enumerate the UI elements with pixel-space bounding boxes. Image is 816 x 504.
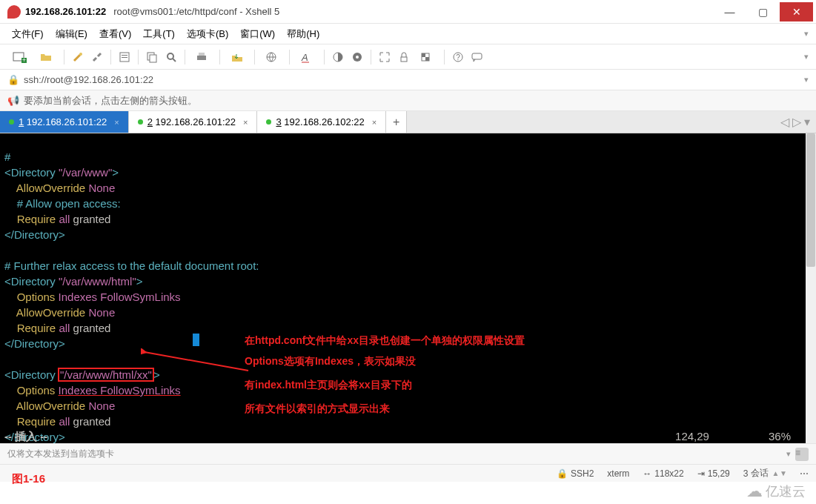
help-button[interactable]: ?	[449, 48, 467, 66]
svg-rect-19	[422, 53, 425, 57]
menubar-expand-icon[interactable]: ▾	[804, 29, 809, 39]
find-button[interactable]	[162, 48, 180, 66]
svg-text:+: +	[22, 56, 26, 63]
compose-input[interactable]: 仅将文本发送到当前选项卡	[7, 448, 786, 460]
session-tabstrip: 1 192.168.26.101:22 × 2 192.168.26.101:2…	[0, 111, 816, 133]
vim-status-line: -- 插入 -- 124,29 36%	[0, 429, 806, 443]
properties-button[interactable]	[116, 48, 133, 66]
status-cursor: ⇥ 15,29	[697, 468, 730, 479]
session-tab-3[interactable]: 3 192.168.26.102:22 ×	[257, 111, 386, 133]
tab-nav-right-icon[interactable]: ▷	[792, 115, 801, 129]
menu-edit[interactable]: 编辑(E)	[51, 26, 92, 42]
status-dot-icon	[138, 119, 143, 125]
status-term: xterm	[607, 468, 629, 479]
title-path: root@vms001:/etc/httpd/conf - Xshell 5	[113, 6, 279, 17]
announce-icon: 📢	[7, 95, 19, 106]
menu-help[interactable]: 帮助(H)	[282, 26, 324, 42]
terminal-pane[interactable]: # <Directory "/var/www"> AllowOverride N…	[0, 133, 816, 443]
svg-text:?: ?	[456, 53, 460, 62]
main-toolbar: + A ? ▾	[0, 44, 816, 70]
address-field[interactable]: ssh://root@192.168.26.101:22	[24, 74, 800, 85]
terminal-scrollbar[interactable]	[806, 133, 816, 443]
tab-nav-dd-icon[interactable]: ▾	[804, 115, 810, 129]
compose-bar: 仅将文本发送到当前选项卡 ▾ ≡	[0, 443, 816, 464]
svg-point-3	[79, 53, 82, 56]
status-size: ↔ 118x22	[643, 468, 683, 479]
svg-point-16	[356, 56, 359, 59]
highlighted-path: "/var/www/html/xx"	[59, 368, 153, 381]
session-tab-1[interactable]: 1 192.168.26.101:22 ×	[0, 111, 129, 133]
svg-point-9	[167, 53, 173, 59]
color-scheme-button[interactable]	[329, 48, 347, 66]
session-tab-2[interactable]: 2 192.168.26.101:22 ×	[129, 111, 258, 133]
menu-window[interactable]: 窗口(W)	[236, 26, 279, 42]
file-transfer-button[interactable]	[225, 48, 250, 66]
window-titlebar: 192.168.26.101:22 root@vms001:/etc/httpd…	[0, 0, 816, 24]
compose-dd-icon[interactable]: ▾	[786, 449, 791, 459]
vim-mode: -- 插入 --	[0, 429, 47, 443]
tab-add-button[interactable]: +	[386, 111, 407, 133]
compose-menu-icon[interactable]: ≡	[795, 448, 809, 461]
hint-bar: 📢 要添加当前会话，点击左侧的箭头按钮。	[0, 90, 816, 111]
svg-rect-20	[425, 57, 429, 61]
svg-rect-5	[122, 55, 127, 56]
disconnect-button[interactable]	[88, 48, 106, 66]
status-sessions: 3 会话 ▲ ▼	[743, 467, 786, 480]
lock-button[interactable]	[395, 48, 413, 66]
maximize-button[interactable]: ▢	[746, 2, 780, 21]
svg-rect-23	[472, 53, 482, 59]
watermark: ☁亿速云	[746, 482, 806, 501]
cloud-icon: ☁	[746, 482, 763, 501]
fullscreen-button[interactable]	[376, 48, 394, 66]
hint-text: 要添加当前会话，点击左侧的箭头按钮。	[24, 94, 197, 107]
address-expand-icon[interactable]: ▾	[804, 75, 809, 84]
svg-rect-11	[199, 53, 205, 56]
status-ssh: 🔒 SSH2	[557, 468, 594, 479]
annotation-4: 所有文件以索引的方式显示出来	[245, 402, 390, 416]
address-bar: 🔒 ssh://root@192.168.26.101:22 ▾	[0, 70, 816, 90]
app-logo-icon	[7, 5, 21, 19]
menu-tabs[interactable]: 选项卡(B)	[182, 26, 233, 42]
tab-nav-left-icon[interactable]: ◁	[780, 115, 789, 129]
menu-view[interactable]: 查看(V)	[95, 26, 136, 42]
tab-close-icon[interactable]: ×	[114, 118, 119, 127]
annotation-3: 有index.html主页则会将xx目录下的	[245, 378, 412, 392]
status-bar: 🔒 SSH2 xterm ↔ 118x22 ⇥ 15,29 3 会话 ▲ ▼ ⋯	[0, 464, 816, 482]
minimize-button[interactable]: —	[713, 2, 746, 21]
svg-rect-8	[150, 55, 156, 62]
svg-rect-17	[401, 57, 407, 62]
terminal-cursor	[193, 334, 199, 346]
svg-rect-10	[197, 56, 206, 60]
close-button[interactable]: ✕	[780, 2, 813, 21]
toolbar-expand-icon[interactable]: ▾	[804, 52, 809, 62]
svg-text:A: A	[301, 52, 308, 63]
annotation-1: 在httpd.conf文件中给xx目录也创建一个单独的权限属性设置	[245, 334, 525, 348]
open-session-button[interactable]	[34, 48, 59, 66]
tab-close-icon[interactable]: ×	[243, 118, 248, 127]
annotation-arrow-icon	[141, 348, 252, 378]
chat-button[interactable]	[468, 48, 486, 66]
vim-scroll-pct: 36%	[769, 429, 806, 443]
lock-icon: 🔒	[7, 74, 19, 85]
print-button[interactable]	[190, 48, 215, 66]
tab-close-icon[interactable]: ×	[372, 118, 377, 127]
transparency-button[interactable]	[414, 48, 439, 66]
font-button[interactable]: A	[294, 48, 319, 66]
figure-caption: 图1-16	[12, 472, 45, 486]
svg-rect-6	[122, 57, 127, 58]
title-ip: 192.168.26.101:22	[25, 6, 106, 17]
highlight-button[interactable]	[348, 48, 366, 66]
status-dot-icon	[9, 119, 14, 125]
status-more-icon[interactable]: ⋯	[800, 468, 809, 479]
vim-cursor-pos: 124,29	[675, 429, 769, 443]
menu-tools[interactable]: 工具(T)	[139, 26, 179, 42]
annotation-2: Options选项有Indexes，表示如果没	[245, 354, 416, 368]
status-dot-icon	[266, 119, 271, 125]
language-button[interactable]	[259, 48, 285, 66]
reconnect-button[interactable]	[69, 48, 87, 66]
copy-button[interactable]	[143, 48, 161, 66]
new-session-button[interactable]: +	[7, 48, 33, 66]
menu-file[interactable]: 文件(F)	[7, 26, 48, 42]
menu-bar: 文件(F) 编辑(E) 查看(V) 工具(T) 选项卡(B) 窗口(W) 帮助(…	[0, 24, 816, 44]
